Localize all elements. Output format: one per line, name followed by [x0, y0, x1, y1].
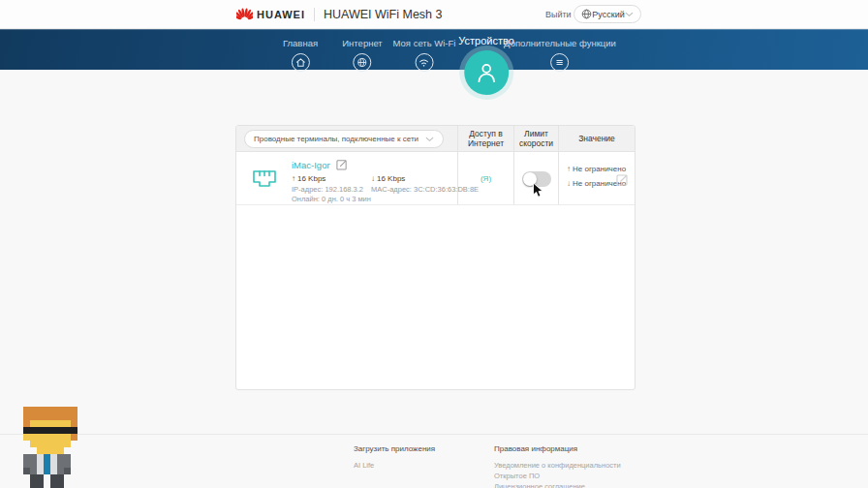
down-arrow-icon: ↓	[567, 179, 571, 188]
page-title: HUAWEI WiFi Mesh 3	[324, 8, 442, 21]
up-arrow-icon: ↑	[292, 174, 295, 183]
device-filter-value: Проводные терминалы, подключенные к сети	[254, 135, 425, 143]
footer-apps-column: Загрузить приложения AI Life	[354, 444, 435, 471]
brand: HUAWEI HUAWEI WiFi Mesh 3	[236, 0, 442, 29]
huawei-logo-icon	[236, 8, 253, 22]
globe-icon	[581, 9, 592, 19]
page-root: { "header": { "brand": "HUAWEI", "produc…	[0, 0, 868, 488]
nav-item-home[interactable]: Главная	[283, 38, 318, 72]
device-online-time: Онлайн: 0 дн. 0 ч 3 мин	[292, 195, 371, 203]
internet-globe-icon	[353, 53, 371, 72]
column-header-internet-access: Доступ в Интернет	[458, 126, 514, 151]
brand-divider	[314, 8, 315, 21]
ethernet-port-icon	[250, 166, 279, 193]
internet-access-cell: (Я)	[458, 152, 514, 204]
filter-header-cell: Проводные терминалы, подключенные к сети	[236, 126, 458, 151]
brand-name: HUAWEI	[257, 9, 305, 20]
nav-label: Дополнительные функции	[504, 38, 616, 48]
mouse-cursor	[532, 182, 544, 198]
up-arrow-icon: ↑	[567, 165, 571, 173]
device-ip: IP-адрес: 192.168.3.2	[292, 185, 363, 194]
chevron-down-icon	[425, 137, 434, 142]
internet-access-status: (Я)	[458, 152, 513, 204]
footer-link-license[interactable]: Лицензионное соглашение	[494, 481, 621, 488]
menu-icon	[550, 53, 569, 72]
footer-legal-title: Правовая информация	[494, 444, 621, 453]
column-header-value: Значение	[559, 126, 635, 151]
language-value: Русский	[592, 10, 625, 19]
device-row: iMac-Igor ↑16 Kbps ↓16 Kbps IP-адрес: 19…	[236, 152, 635, 205]
down-arrow-icon: ↓	[371, 174, 375, 183]
edit-device-name-icon[interactable]	[336, 159, 348, 170]
footer-apps-title: Загрузить приложения	[354, 444, 435, 453]
device-filter-select[interactable]: Проводные терминалы, подключенные к сети	[244, 130, 444, 148]
chevron-down-icon	[625, 12, 634, 17]
main-nav: Главная Интернет Моя сеть Wi-Fi Устройст…	[0, 29, 868, 70]
device-table-panel: Проводные терминалы, подключенные к сети…	[235, 125, 636, 390]
nav-item-internet[interactable]: Интернет	[342, 38, 382, 72]
download-speed: ↓16 Kbps	[371, 174, 405, 183]
nav-item-wifi[interactable]: Моя сеть Wi-Fi	[393, 38, 456, 72]
footer-legal-column: Правовая информация Уведомление о конфид…	[494, 444, 621, 488]
device-person-icon	[464, 50, 509, 95]
column-header-speed-limit: Лимит скорости	[514, 126, 559, 151]
home-icon	[291, 53, 309, 72]
footer-link-privacy[interactable]: Уведомление о конфиденциальности	[494, 460, 621, 471]
device-name-link[interactable]: iMac-Igor	[292, 160, 330, 170]
nav-label: Моя сеть Wi-Fi	[393, 38, 456, 48]
edit-limit-icon[interactable]	[616, 172, 629, 190]
pixel-avatar	[10, 407, 78, 488]
language-select[interactable]: Русский	[574, 5, 641, 23]
nav-label: Интернет	[342, 38, 382, 48]
wifi-icon	[416, 53, 434, 72]
value-cell: ↑Не ограничено ↓Не ограничено	[559, 152, 635, 204]
upload-speed: ↑16 Kbps	[292, 174, 326, 183]
footer-divider	[0, 434, 868, 435]
table-header-row: Проводные терминалы, подключенные к сети…	[236, 126, 635, 152]
nav-item-more-features[interactable]: Дополнительные функции	[504, 38, 616, 72]
top-header: HUAWEI HUAWEI WiFi Mesh 3 Выйти Русский	[0, 0, 868, 29]
logout-button[interactable]: Выйти	[545, 0, 572, 29]
footer-link-open-source[interactable]: Открытое ПО	[494, 471, 621, 481]
device-info-cell: iMac-Igor ↑16 Kbps ↓16 Kbps IP-адрес: 19…	[236, 152, 458, 204]
footer-link-ai-life[interactable]: AI Life	[354, 460, 435, 471]
nav-label: Главная	[283, 38, 318, 48]
